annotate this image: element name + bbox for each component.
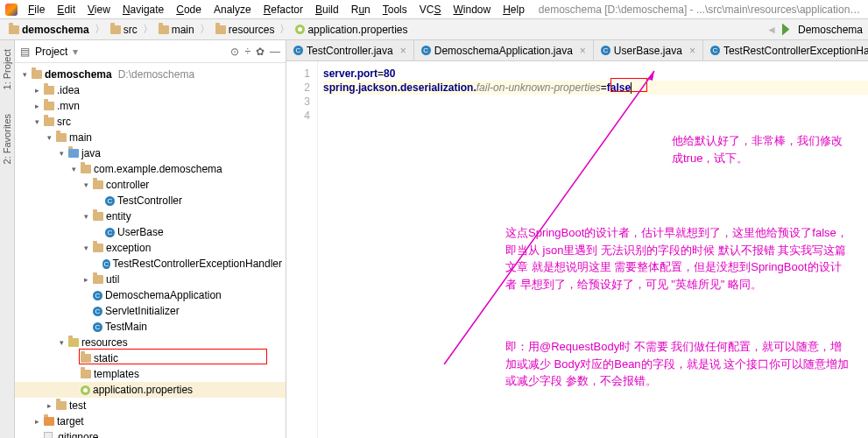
tree-node[interactable]: ▸test (15, 398, 286, 413)
run-icon (782, 24, 794, 36)
back-icon[interactable]: ◄ (766, 24, 777, 36)
expand-arrow-icon[interactable]: ▸ (32, 86, 41, 95)
tree-node[interactable]: UserBase (15, 224, 286, 240)
expand-arrow-icon[interactable]: ▸ (32, 102, 41, 110)
close-icon[interactable]: × (689, 45, 695, 57)
sidebar-title[interactable]: Project (35, 46, 67, 58)
tree-node[interactable]: ▾exception (15, 240, 286, 256)
tool-tab-0[interactable]: 1: Project (0, 46, 14, 93)
tree-label: entity (106, 210, 131, 223)
tree-node[interactable]: ▸util (15, 272, 286, 287)
chevron-down-icon[interactable]: ▾ (73, 46, 78, 58)
menu-refactor[interactable]: Refactor (258, 2, 308, 18)
menu-window[interactable]: Window (448, 2, 496, 18)
tree-node[interactable]: ▾com.example.demoschema (15, 161, 286, 177)
project-dropdown-icon[interactable]: ▤ (20, 46, 30, 58)
tree-label: .idea (57, 84, 80, 96)
editor-tab[interactable]: DemoschemaApplication.java× (414, 40, 594, 60)
close-icon[interactable]: × (400, 45, 406, 57)
tree-node[interactable]: ▸.idea (15, 82, 286, 98)
tool-tab-1[interactable]: 2: Favorites (0, 110, 14, 167)
sidebar-tool-2[interactable]: ✿ (256, 46, 265, 58)
line-gutter: 1234 (286, 61, 318, 438)
folder-icon (68, 338, 79, 347)
editor-tab[interactable]: TestController.java× (286, 40, 414, 60)
folder-icon (81, 354, 91, 363)
tool-window-tabs: 1: Project2: Favorites (0, 40, 15, 438)
menu-vcs[interactable]: VCS (414, 2, 447, 18)
sidebar-tool-0[interactable]: ⊙ (230, 46, 239, 58)
expand-arrow-icon[interactable]: ▾ (57, 338, 66, 347)
expand-arrow-icon[interactable]: ▾ (81, 212, 90, 221)
tree-label: demoschema (45, 68, 112, 81)
tree-node[interactable]: ▾resources (15, 335, 286, 350)
highlight-box (610, 78, 647, 92)
crumb-4[interactable]: application.properties (292, 23, 411, 37)
expand-arrow-icon[interactable]: ▸ (81, 275, 90, 284)
tree-node[interactable]: ServletInitializer (15, 303, 286, 319)
expand-arrow-icon[interactable]: ▸ (45, 401, 53, 410)
tree-label: DemoschemaApplication (105, 289, 222, 301)
tree-node[interactable]: ▾src (15, 114, 286, 130)
folder-icon (93, 180, 103, 189)
menu-code[interactable]: Code (171, 2, 207, 18)
menu-edit[interactable]: Edit (52, 2, 81, 18)
expand-arrow-icon[interactable]: ▸ (32, 417, 41, 426)
crumb-0[interactable]: demoschema (5, 23, 93, 37)
close-icon[interactable]: × (580, 45, 586, 57)
tree-node[interactable]: application.properties (15, 382, 286, 398)
menu-view[interactable]: View (82, 2, 116, 18)
expand-arrow-icon[interactable]: ▾ (81, 180, 90, 189)
tree-node[interactable]: ▸.mvn (15, 98, 286, 114)
annotation-1: 他给默认好了，非常棒，我们修改成true，试下。 (672, 132, 847, 166)
menu-file[interactable]: File (23, 2, 50, 18)
run-config-selector[interactable]: Demoschema (782, 24, 863, 36)
folder-icon (93, 212, 103, 221)
menu-analyze[interactable]: Analyze (208, 2, 257, 18)
tree-label: com.example.demoschema (94, 163, 222, 175)
crumb-3[interactable]: resources (212, 23, 279, 37)
project-tree[interactable]: ▾demoschemaD:\demoschema▸.idea▸.mvn▾src▾… (15, 63, 286, 438)
tree-node[interactable]: static (15, 350, 286, 366)
breadcrumb-separator: 〉 (95, 22, 105, 37)
folder-icon (44, 102, 54, 110)
expand-arrow-icon[interactable]: ▾ (20, 70, 29, 79)
sidebar-tool-1[interactable]: ÷ (244, 46, 251, 58)
crumb-1[interactable]: src (107, 23, 141, 37)
folder-icon (159, 25, 169, 34)
crumb-2[interactable]: main (155, 23, 198, 37)
menu-build[interactable]: Build (310, 2, 344, 18)
tree-node[interactable]: ▾controller (15, 177, 286, 193)
menu-run[interactable]: Run (346, 2, 376, 18)
expand-arrow-icon[interactable]: ▾ (32, 117, 41, 126)
tree-node[interactable]: ▾demoschemaD:\demoschema (15, 67, 286, 82)
tree-node[interactable]: ▸target (15, 413, 286, 429)
tree-label: controller (106, 179, 149, 191)
tree-node[interactable]: TestRestControllerExceptionHandler (15, 256, 286, 272)
tree-node[interactable]: TestMain (15, 319, 286, 335)
expand-arrow-icon[interactable]: ▾ (57, 149, 66, 158)
class-icon (105, 196, 115, 206)
menu-help[interactable]: Help (498, 2, 530, 18)
tree-node[interactable]: ▾java (15, 145, 286, 161)
tree-node[interactable]: TestController (15, 193, 286, 208)
folder-icon (93, 244, 103, 252)
folder-icon (56, 133, 67, 142)
tab-label: UserBase.java (614, 45, 682, 57)
tree-node[interactable]: DemoschemaApplication (15, 287, 286, 303)
editor-tab[interactable]: UserBase.java× (594, 40, 703, 60)
tree-node[interactable]: ▾entity (15, 208, 286, 224)
expand-arrow-icon[interactable]: ▾ (81, 244, 90, 252)
expand-arrow-icon[interactable]: ▾ (45, 133, 53, 142)
sidebar-tool-3[interactable]: — (270, 46, 280, 58)
breadcrumb-separator: 〉 (143, 22, 153, 37)
folder-icon (68, 149, 79, 158)
tree-node[interactable]: .gitignore (15, 429, 286, 438)
tree-extra: D:\demoschema (118, 68, 194, 81)
expand-arrow-icon[interactable]: ▾ (69, 165, 78, 173)
menu-navigate[interactable]: Navigate (117, 2, 169, 18)
tree-node[interactable]: ▾main (15, 130, 286, 145)
tree-node[interactable]: templates (15, 366, 286, 382)
menu-tools[interactable]: Tools (378, 2, 413, 18)
editor-tab[interactable]: TestRestControllerExceptionHandler.java× (703, 40, 868, 60)
